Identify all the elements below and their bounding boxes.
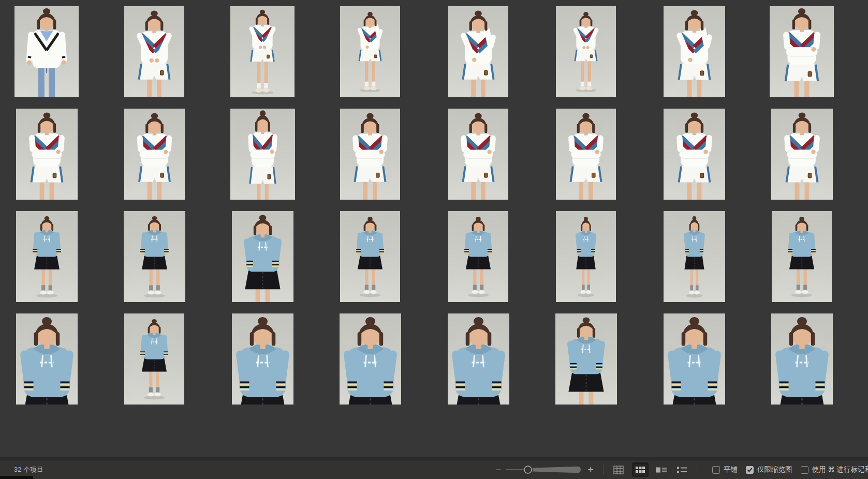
thumbnail-grid [0, 0, 868, 479]
photo-thumbnail[interactable] [556, 6, 616, 97]
thumbnail-only-checkbox-box[interactable] [746, 466, 754, 474]
model-figure-graphic [448, 211, 508, 302]
thumbnail-only-checkbox[interactable]: 仅限缩览图 [746, 465, 792, 474]
model-figure-graphic [772, 211, 832, 302]
status-bar: 32 个项目 − + [0, 460, 868, 479]
photo-thumbnail[interactable] [230, 6, 295, 97]
photo-thumbnail[interactable] [340, 313, 401, 405]
photo-thumbnail[interactable] [664, 109, 725, 200]
lock-thumbnail-grid-button[interactable] [610, 463, 627, 476]
cmd-rating-checkbox-label: 使用 ⌘ 进行标记和评级 [812, 465, 868, 474]
divider [603, 465, 604, 475]
model-figure-graphic [14, 6, 79, 97]
model-figure-graphic [770, 6, 834, 97]
photo-thumbnail[interactable] [448, 6, 508, 97]
photo-thumbnail[interactable] [664, 6, 725, 97]
photo-thumbnail[interactable] [555, 313, 617, 405]
model-figure-graphic [340, 109, 400, 200]
photo-thumbnail[interactable] [664, 211, 725, 302]
zoom-in-button[interactable]: + [585, 465, 596, 475]
check-icon [747, 467, 753, 473]
model-figure-graphic [16, 313, 78, 405]
thumbnail-size-slider[interactable] [505, 464, 584, 475]
statusbar-controls: − + [493, 460, 868, 479]
photo-thumbnail[interactable] [771, 109, 833, 200]
photo-thumbnail[interactable] [448, 109, 508, 200]
model-figure-graphic [16, 109, 78, 200]
photo-thumbnail[interactable] [16, 211, 78, 302]
cmd-rating-checkbox[interactable]: 使用 ⌘ 进行标记和评级 [801, 465, 868, 474]
photo-thumbnail[interactable] [16, 109, 78, 200]
model-figure-graphic [664, 313, 725, 405]
photo-thumbnail[interactable] [340, 109, 400, 200]
model-figure-graphic [556, 6, 616, 97]
photo-thumbnail[interactable] [448, 211, 508, 302]
thumbnail-details-view-button[interactable] [653, 463, 670, 476]
model-figure-graphic [771, 313, 833, 405]
photo-thumbnail[interactable] [124, 109, 185, 200]
model-figure-graphic [664, 6, 725, 97]
grid-outline-icon [613, 466, 624, 474]
model-figure-graphic [230, 6, 295, 97]
model-figure-graphic [124, 109, 185, 200]
photo-thumbnail[interactable] [340, 6, 400, 97]
model-figure-graphic [664, 211, 725, 302]
thumbnail-grid-view-button[interactable] [632, 462, 649, 477]
photo-thumbnail[interactable] [232, 313, 293, 405]
tile-checkbox[interactable]: 平铺 [712, 465, 738, 474]
photo-thumbnail[interactable] [16, 313, 78, 405]
divider [697, 465, 697, 475]
photo-thumbnail[interactable] [556, 109, 616, 200]
model-figure-graphic [230, 109, 295, 200]
photo-thumbnail[interactable] [340, 211, 400, 302]
tile-checkbox-label: 平铺 [724, 465, 738, 474]
model-figure-graphic [124, 6, 184, 97]
photo-thumbnail[interactable] [448, 313, 509, 405]
photo-thumbnail[interactable] [771, 313, 833, 405]
tile-checkbox-box[interactable] [712, 466, 720, 474]
model-figure-graphic [232, 313, 293, 405]
model-figure-graphic [555, 313, 617, 405]
model-figure-graphic [448, 109, 508, 200]
photo-thumbnail[interactable] [230, 109, 295, 200]
list-view-button[interactable] [674, 463, 690, 476]
model-figure-graphic [448, 313, 509, 405]
model-figure-graphic [556, 211, 616, 302]
model-figure-graphic [340, 211, 400, 302]
thumbnail-details-icon [656, 467, 667, 473]
photo-thumbnail[interactable] [556, 211, 616, 302]
photo-thumbnail[interactable] [14, 6, 79, 97]
content-canvas: 32 个项目 − + [0, 0, 868, 479]
items-count-label: 32 个项目 [14, 466, 43, 474]
slider-graphic [505, 464, 584, 475]
photo-thumbnail[interactable] [772, 211, 832, 302]
view-buttons [632, 462, 690, 477]
photo-thumbnail[interactable] [664, 313, 725, 405]
thumbnail-only-checkbox-label: 仅限缩览图 [757, 465, 792, 474]
model-figure-graphic [556, 109, 616, 200]
model-figure-graphic [124, 313, 184, 405]
model-figure-graphic [124, 211, 185, 302]
model-figure-graphic [340, 313, 401, 405]
photo-thumbnail[interactable] [124, 313, 184, 405]
list-view-icon [677, 467, 687, 473]
photo-thumbnail[interactable] [124, 6, 184, 97]
zoom-out-button[interactable]: − [493, 465, 504, 475]
model-figure-graphic [664, 109, 725, 200]
cmd-rating-checkbox-box[interactable] [801, 466, 808, 474]
model-figure-graphic [771, 109, 833, 200]
option-checkboxes: 平铺仅限缩览图使用 ⌘ 进行标记和评级 [704, 465, 868, 474]
model-figure-graphic [448, 6, 508, 97]
corner-strip [0, 476, 33, 479]
model-figure-graphic [340, 6, 400, 97]
grid-view-icon [636, 467, 645, 473]
model-figure-graphic [232, 211, 293, 302]
photo-thumbnail[interactable] [124, 211, 185, 302]
model-figure-graphic [16, 211, 78, 302]
slider-knob[interactable] [524, 466, 532, 473]
photo-thumbnail[interactable] [770, 6, 834, 97]
photo-thumbnail[interactable] [232, 211, 293, 302]
